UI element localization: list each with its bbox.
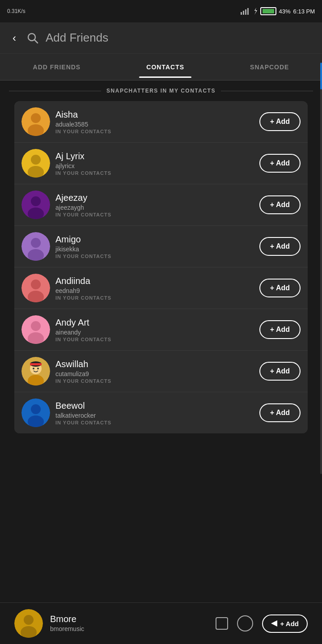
contact-name: Beewol — [55, 401, 254, 411]
contact-info: Andy Art aineandy IN YOUR CONTACTS — [55, 318, 254, 342]
tab-add-friends[interactable]: ADD FRIENDS — [26, 60, 88, 74]
svg-rect-1 — [243, 11, 244, 15]
svg-marker-38 — [271, 620, 277, 627]
svg-point-31 — [37, 368, 39, 369]
section-header: SNAPCHATTERS IN MY CONTACTS — [0, 80, 322, 101]
contact-label: IN YOUR CONTACTS — [55, 170, 254, 176]
bottom-nav: + Add — [216, 614, 308, 633]
charging-icon — [253, 8, 258, 15]
contact-info: Ajeezay ajeezaygh IN YOUR CONTACTS — [55, 193, 254, 217]
contact-username: ajlyricx — [55, 162, 254, 169]
status-bar: 0.31K/s 43% 6:13 PM — [0, 0, 322, 22]
section-divider-left — [9, 91, 101, 91]
svg-rect-0 — [241, 12, 242, 15]
add-button[interactable]: + Add — [259, 362, 301, 381]
contact-item: Aj Lyrix ajlyricx IN YOUR CONTACTS + Add — [14, 143, 308, 184]
svg-point-8 — [31, 113, 41, 123]
avatar — [21, 232, 50, 261]
avatar — [14, 609, 43, 638]
add-button[interactable]: + Add — [259, 195, 301, 214]
bottom-bar: Bmore bmoremusic + Add — [0, 602, 322, 644]
contact-item: Andiinda eednah9 IN YOUR CONTACTS + Add — [14, 267, 308, 309]
contact-info: Aj Lyrix ajlyricx IN YOUR CONTACTS — [55, 151, 254, 176]
contact-name: Aisha — [55, 110, 254, 120]
contact-item: Aswillah cutamuliza9 IN YOUR CONTACTS + … — [14, 351, 308, 392]
contact-info: Beewol talkativerocker IN YOUR CONTACTS — [55, 401, 254, 425]
contact-username: eednah9 — [55, 287, 254, 294]
contact-name: Ajeezay — [55, 193, 254, 203]
contact-label: IN YOUR CONTACTS — [55, 378, 254, 384]
add-button-bottom[interactable]: + Add — [262, 614, 308, 633]
contacts-list: Aisha aduale3585 IN YOUR CONTACTS + Add … — [14, 101, 308, 433]
network-speed: 0.31K/s — [7, 8, 25, 14]
contact-name: Amigo — [55, 234, 254, 245]
contact-item: Amigo jikisekka IN YOUR CONTACTS + Add — [14, 226, 308, 267]
contact-info: Amigo jikisekka IN YOUR CONTACTS — [55, 234, 254, 259]
avatar — [21, 357, 50, 386]
contact-info: Aisha aduale3585 IN YOUR CONTACTS — [55, 110, 254, 134]
avatar — [21, 191, 50, 219]
contact-username: talkativerocker — [55, 412, 254, 419]
back-button[interactable]: ‹ — [9, 28, 20, 48]
tab-contacts[interactable]: CONTACTS — [139, 60, 191, 74]
search-icon — [27, 32, 38, 44]
contact-item: Beewol talkativerocker IN YOUR CONTACTS … — [14, 392, 308, 433]
header: ‹ Add Friends — [0, 22, 322, 54]
contact-label: IN YOUR CONTACTS — [55, 420, 254, 425]
contact-name: Aswillah — [55, 359, 254, 369]
svg-point-36 — [24, 615, 34, 625]
contact-info: Bmore bmoremusic — [50, 614, 208, 633]
add-button[interactable]: + Add — [259, 237, 301, 256]
contact-username: jikisekka — [55, 246, 254, 253]
avatar — [21, 274, 50, 302]
contact-username: aineandy — [55, 329, 254, 336]
contact-label: IN YOUR CONTACTS — [55, 212, 254, 217]
contact-item: Andy Art aineandy IN YOUR CONTACTS + Add — [14, 309, 308, 351]
nav-circle-icon[interactable] — [237, 615, 253, 631]
contact-username: bmoremusic — [50, 625, 208, 632]
nav-square-icon[interactable] — [216, 617, 228, 630]
svg-line-6 — [34, 40, 38, 43]
contact-username: cutamuliza9 — [55, 370, 254, 377]
contact-label: IN YOUR CONTACTS — [55, 129, 254, 134]
svg-rect-28 — [30, 363, 42, 365]
svg-point-30 — [33, 368, 34, 369]
add-button[interactable]: + Add — [259, 112, 301, 131]
add-button[interactable]: + Add — [259, 279, 301, 297]
section-divider-right — [221, 91, 313, 91]
tabs-container: ADD FRIENDS CONTACTS SNAPCODE — [0, 54, 322, 80]
svg-rect-2 — [245, 9, 246, 15]
svg-marker-4 — [254, 8, 257, 15]
tab-snapcode[interactable]: SNAPCODE — [243, 60, 296, 74]
clock: 6:13 PM — [293, 8, 315, 15]
avatar — [21, 315, 50, 344]
contact-username: ajeezaygh — [55, 204, 254, 211]
contact-info: Aswillah cutamuliza9 IN YOUR CONTACTS — [55, 359, 254, 384]
contact-name: Andy Art — [55, 318, 254, 328]
battery-icon — [260, 7, 276, 15]
avatar — [21, 149, 50, 178]
contact-username: aduale3585 — [55, 121, 254, 128]
svg-point-17 — [31, 238, 41, 248]
contact-name: Bmore — [50, 614, 208, 624]
add-button[interactable]: + Add — [259, 403, 301, 422]
contact-name: Aj Lyrix — [55, 151, 254, 161]
contact-item: Ajeezay ajeezaygh IN YOUR CONTACTS + Add — [14, 184, 308, 226]
contacts-list-container: Aisha aduale3585 IN YOUR CONTACTS + Add … — [0, 101, 322, 487]
status-icons: 43% 6:13 PM — [241, 7, 315, 15]
add-button[interactable]: + Add — [259, 154, 301, 173]
add-button[interactable]: + Add — [259, 320, 301, 339]
contact-item: Aisha aduale3585 IN YOUR CONTACTS + Add — [14, 101, 308, 143]
page-title: Add Friends — [46, 31, 108, 45]
back-arrow-icon — [271, 620, 277, 627]
avatar — [21, 107, 50, 136]
contact-label: IN YOUR CONTACTS — [55, 337, 254, 342]
avatar — [21, 398, 50, 427]
svg-point-14 — [31, 196, 41, 206]
contact-label: IN YOUR CONTACTS — [55, 254, 254, 259]
svg-point-33 — [31, 404, 41, 414]
signal-icon — [241, 8, 250, 15]
svg-point-20 — [31, 280, 41, 289]
svg-point-23 — [31, 321, 41, 331]
contact-info: Andiinda eednah9 IN YOUR CONTACTS — [55, 276, 254, 301]
